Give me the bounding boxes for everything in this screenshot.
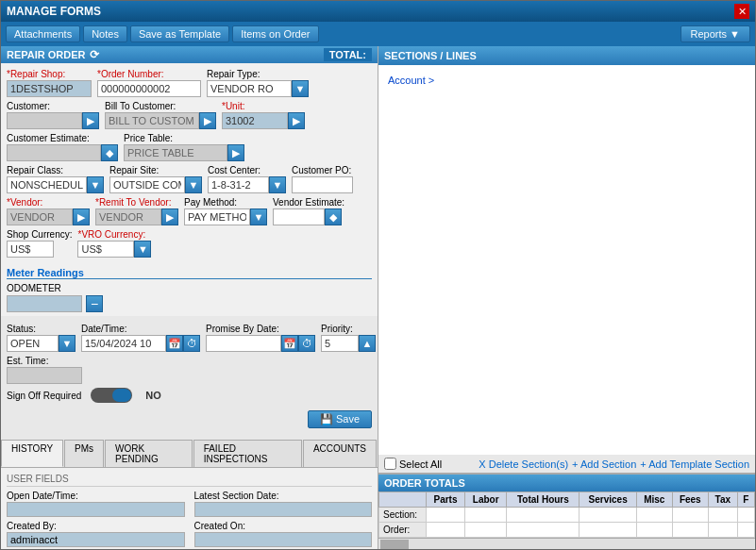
created-on-value [194,532,373,547]
repair-class-input[interactable] [7,176,87,193]
add-section-btn[interactable]: + Add Section [572,458,636,470]
promise-by-container: 📅 ⏱ [206,335,315,352]
cost-center-input[interactable] [208,176,269,193]
customer-group: Customer: ▶ [7,101,99,129]
pay-method-dropdown[interactable]: ▼ [250,208,267,225]
col-header-labor: Labor [465,492,507,508]
notes-button[interactable]: Notes [83,25,127,42]
customer-estimate-btn[interactable]: ◆ [101,144,118,161]
tab-work-pending[interactable]: WORK PENDING [105,440,193,467]
vendor-estimate-input[interactable] [273,208,325,225]
order-tax [708,523,737,538]
horizontal-scrollbar[interactable] [378,538,755,549]
unit-input[interactable] [222,112,288,129]
vendor-input[interactable] [7,208,73,225]
shop-currency-input[interactable] [7,241,54,258]
meter-row: − [7,295,372,312]
order-number-label: *Order Number: [97,69,201,79]
vro-currency-input[interactable] [77,241,134,258]
left-panel: REPAIR ORDER ⟳ TOTAL: *Repair Shop: *Ord… [1,46,378,549]
vendor-estimate-btn[interactable]: ◆ [325,208,342,225]
repair-class-container: ▼ [7,176,104,193]
repair-type-dropdown[interactable]: ▼ [292,80,309,97]
est-time-input[interactable] [7,367,82,384]
select-all-bar: Select All X Delete Section(s) + Add Sec… [378,455,755,474]
repair-site-dropdown[interactable]: ▼ [185,176,202,193]
tab-pms[interactable]: PMs [64,440,104,467]
add-template-section-btn[interactable]: + Add Template Section [640,458,749,470]
account-breadcrumb[interactable]: Account > [388,75,434,86]
close-button[interactable]: ✕ [734,4,749,19]
bill-to-btn[interactable]: ▶ [199,112,216,129]
promise-calendar-btn[interactable]: 📅 [281,335,298,352]
vro-currency-dropdown[interactable]: ▼ [134,241,151,258]
odometer-minus-btn[interactable]: − [86,295,103,312]
status-input[interactable] [7,335,59,352]
datetime-input[interactable] [81,335,166,352]
clock-btn[interactable]: ⏱ [183,335,200,352]
remit-vendor-btn[interactable]: ▶ [161,208,178,225]
cost-center-group: Cost Center: ▼ [208,165,286,193]
repair-type-group: Repair Type: ▼ [207,69,309,97]
save-button[interactable]: 💾 Save [308,410,372,428]
order-number-input[interactable] [97,80,201,97]
order-labor [465,523,507,538]
vendor-estimate-group: Vendor Estimate: ◆ [273,197,344,225]
repair-shop-input[interactable] [7,80,92,97]
customer-po-group: Customer PO: [292,165,353,193]
priority-input[interactable] [321,335,359,352]
customer-po-input[interactable] [292,176,353,193]
repair-order-header: REPAIR ORDER ⟳ TOTAL: [1,46,378,63]
vendor-btn[interactable]: ▶ [73,208,90,225]
section-action-buttons: X Delete Section(s) + Add Section + Add … [479,458,749,470]
vendor-label: *Vendor: [7,197,90,208]
order-totals-table: Parts Labor Total Hours Services Misc Fe… [378,492,755,538]
tab-failed-inspections[interactable]: FAILED INSPECTIONS [193,440,302,467]
meter-section: Meter Readings ODOMETER − [1,267,378,316]
cost-center-dropdown[interactable]: ▼ [269,176,286,193]
attachments-button[interactable]: Attachments [6,25,80,42]
remit-vendor-input[interactable] [95,208,161,225]
delete-section-btn[interactable]: X Delete Section(s) [479,458,568,470]
price-table-container: ▶ [124,144,244,161]
col-header-label [379,492,427,508]
created-on-label: Created On: [194,521,373,531]
pay-method-input[interactable] [184,208,250,225]
promise-clock-btn[interactable]: ⏱ [298,335,315,352]
form-row-1: *Repair Shop: *Order Number: Repair Type… [7,69,372,97]
vro-currency-container: ▼ [77,241,151,258]
promise-by-input[interactable] [206,335,281,352]
save-as-template-button[interactable]: Save as Template [130,25,229,42]
created-on-group: Created On: [194,521,373,547]
refresh-icon[interactable]: ⟳ [90,48,99,61]
order-number-group: *Order Number: [97,69,201,97]
status-dropdown[interactable]: ▼ [59,335,76,352]
tab-history[interactable]: HISTORY [1,440,63,467]
status-container: ▼ [7,335,76,352]
repair-type-input[interactable] [207,80,292,97]
tab-accounts[interactable]: ACCOUNTS [303,440,377,467]
select-all-checkbox[interactable] [384,458,396,470]
customer-btn[interactable]: ▶ [82,112,99,129]
repair-site-input[interactable] [109,176,185,193]
customer-estimate-input[interactable] [7,144,101,161]
section-total-hours [507,508,580,523]
est-time-row: Est. Time: [1,356,378,384]
items-on-order-button[interactable]: Items on Order [232,25,318,42]
main-content: REPAIR ORDER ⟳ TOTAL: *Repair Shop: *Ord… [1,46,755,549]
repair-order-title: REPAIR ORDER [7,49,86,60]
toolbar-left: Attachments Notes Save as Template Items… [6,25,319,42]
calendar-btn[interactable]: 📅 [166,335,183,352]
repair-class-dropdown[interactable]: ▼ [87,176,104,193]
unit-btn[interactable]: ▶ [288,112,305,129]
repair-class-group: Repair Class: ▼ [7,165,104,193]
repair-order-form: *Repair Shop: *Order Number: Repair Type… [1,63,378,267]
customer-input[interactable] [7,112,82,129]
price-table-input[interactable] [124,144,227,161]
reports-button[interactable]: Reports ▼ [680,25,750,42]
bill-to-customer-input[interactable] [105,112,199,129]
form-row-3: Customer Estimate: ◆ Price Table: ▶ [7,133,372,161]
priority-up[interactable]: ▲ [359,335,376,352]
price-table-btn[interactable]: ▶ [227,144,244,161]
sign-off-toggle[interactable] [91,388,132,403]
